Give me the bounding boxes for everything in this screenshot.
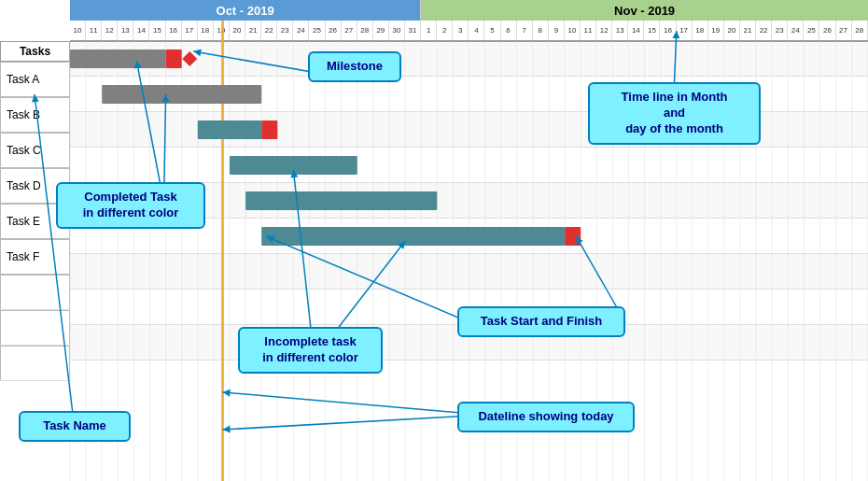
day-cell-28: 7 [517, 21, 533, 40]
day-cell-19: 29 [373, 21, 389, 40]
month-nov: Nov - 2019 [421, 0, 868, 21]
grid-row-d [70, 148, 868, 183]
day-cell-18: 28 [357, 21, 373, 40]
day-cell-15: 25 [309, 21, 325, 40]
day-cell-44: 23 [772, 21, 788, 40]
day-cell-31: 10 [565, 21, 581, 40]
day-cell-34: 13 [612, 21, 628, 40]
dateline-callout: Dateline showing today [457, 402, 635, 432]
task-label-c: Task C [0, 133, 70, 168]
incomplete-task-callout: Incomplete taskin different color [238, 327, 383, 374]
dateline-label: Dateline showing today [478, 409, 613, 423]
task-label-empty1 [0, 275, 70, 310]
task-start-finish-callout: Task Start and Finish [457, 306, 625, 337]
day-cell-40: 19 [708, 21, 724, 40]
day-cell-37: 16 [660, 21, 676, 40]
day-cell-1: 11 [86, 21, 102, 40]
day-cell-47: 26 [819, 21, 835, 40]
day-cell-48: 27 [836, 21, 852, 40]
day-cell-25: 4 [469, 21, 484, 40]
day-cell-4: 14 [133, 21, 149, 40]
day-cell-14: 24 [293, 21, 309, 40]
day-cell-35: 14 [628, 21, 644, 40]
day-cell-32: 11 [581, 21, 596, 40]
day-cell-33: 12 [596, 21, 612, 40]
day-cell-17: 27 [342, 21, 357, 40]
day-cell-29: 8 [533, 21, 549, 40]
day-cell-21: 31 [405, 21, 421, 40]
day-cell-8: 18 [198, 21, 214, 40]
day-cell-22: 1 [421, 21, 437, 40]
task-label-b: Task B [0, 97, 70, 133]
completed-task-label: Completed Taskin different color [83, 190, 179, 219]
month-header: Oct - 2019 Nov - 2019 [70, 0, 868, 21]
day-cell-30: 9 [549, 21, 565, 40]
month-oct: Oct - 2019 [70, 0, 421, 21]
day-cell-0: 10 [70, 21, 86, 40]
grid-row-empty1 [70, 254, 868, 290]
day-cell-20: 30 [389, 21, 405, 40]
day-cell-5: 15 [149, 21, 165, 40]
task-name-label: Task Name [43, 418, 106, 432]
day-cell-23: 2 [437, 21, 453, 40]
task-label-empty2 [0, 310, 70, 346]
day-cell-26: 5 [484, 21, 500, 40]
day-cell-10: 20 [230, 21, 245, 40]
task-label-empty3 [0, 346, 70, 381]
day-cell-41: 20 [724, 21, 740, 40]
task-label-f: Task F [0, 239, 70, 275]
grid-row-a [70, 41, 868, 77]
day-cell-45: 24 [788, 21, 804, 40]
day-cell-24: 3 [453, 21, 469, 40]
day-header: 1011121314151617181920212223242526272829… [70, 21, 868, 41]
day-cell-46: 25 [804, 21, 819, 40]
day-cell-36: 15 [644, 21, 660, 40]
incomplete-task-label: Incomplete taskin different color [262, 334, 358, 364]
day-cell-49: 28 [852, 21, 868, 40]
day-cell-16: 26 [326, 21, 342, 40]
day-cell-6: 16 [166, 21, 182, 40]
day-cell-7: 17 [182, 21, 198, 40]
tasks-header: Tasks [0, 41, 70, 62]
timeline-label: Time line in Monthandday of the month [622, 90, 728, 135]
day-cell-38: 17 [677, 21, 693, 40]
day-cell-27: 6 [501, 21, 517, 40]
today-line [221, 21, 224, 481]
day-cell-12: 22 [261, 21, 277, 40]
milestone-label: Milestone [327, 59, 383, 73]
task-label-a: Task A [0, 62, 70, 97]
milestone-callout: Milestone [308, 51, 401, 82]
day-cell-43: 22 [756, 21, 772, 40]
timeline-callout: Time line in Monthandday of the month [588, 82, 761, 145]
day-cell-13: 23 [277, 21, 293, 40]
day-cell-3: 13 [118, 21, 133, 40]
task-name-callout: Task Name [19, 411, 131, 442]
gantt-chart: Oct - 2019 Nov - 2019 101112131415161718… [0, 0, 868, 481]
task-start-finish-label: Task Start and Finish [481, 314, 603, 328]
day-cell-42: 21 [740, 21, 756, 40]
day-cell-39: 18 [693, 21, 708, 40]
day-cell-11: 21 [245, 21, 261, 40]
day-cell-2: 12 [102, 21, 118, 40]
completed-task-callout: Completed Taskin different color [56, 182, 205, 229]
